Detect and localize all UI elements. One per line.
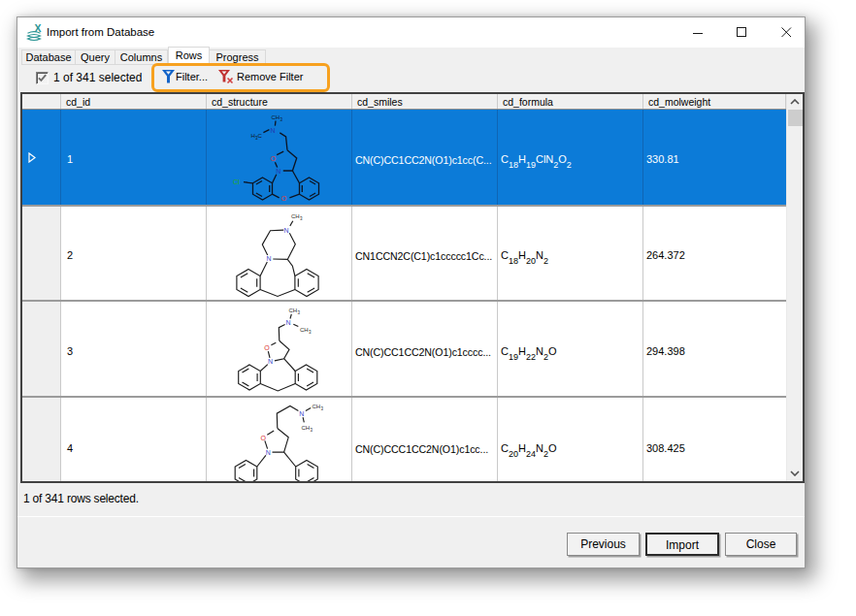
svg-text:Cl: Cl (233, 178, 240, 185)
svg-text:O: O (271, 155, 277, 162)
svg-text:CH: CH (272, 114, 280, 120)
svg-text:3: 3 (280, 117, 283, 122)
svg-text:CH: CH (300, 327, 309, 333)
svg-text:3: 3 (321, 406, 324, 411)
svg-text:CH: CH (302, 425, 311, 431)
svg-text:N: N (266, 255, 271, 262)
svg-text:N: N (271, 127, 276, 134)
svg-text:C: C (258, 133, 263, 139)
svg-text:N: N (268, 358, 273, 365)
svg-text:3: 3 (311, 428, 313, 433)
svg-text:N: N (285, 319, 290, 326)
svg-text:3: 3 (309, 330, 312, 335)
svg-text:CH: CH (289, 308, 298, 313)
svg-text:N: N (276, 168, 280, 175)
svg-text:N: N (266, 449, 271, 456)
svg-text:O: O (281, 195, 287, 202)
svg-text:X: X (35, 24, 42, 34)
svg-text:O: O (264, 344, 270, 351)
svg-text:3: 3 (298, 310, 301, 315)
svg-text:N: N (283, 227, 288, 234)
svg-text:CH: CH (291, 213, 300, 219)
svg-text:N: N (299, 410, 304, 417)
svg-text:CH: CH (313, 404, 321, 409)
svg-text:O: O (261, 435, 267, 441)
svg-text:3: 3 (300, 216, 303, 221)
